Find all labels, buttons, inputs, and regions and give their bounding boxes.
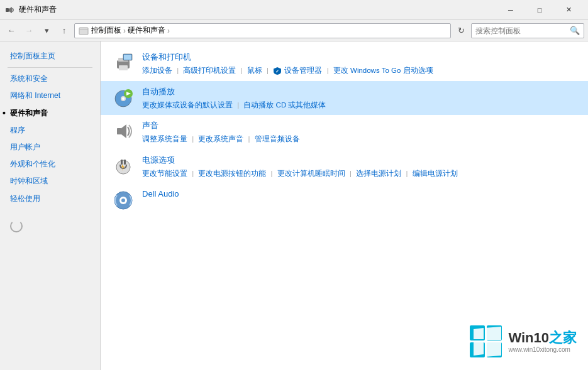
- svg-rect-19: [124, 160, 126, 165]
- devices-content: 设备和打印机 添加设备 | 高级打印机设置 | 鼠标 | ✓ 设备管理器 | 更…: [142, 50, 578, 77]
- devices-link-mouse[interactable]: 鼠标: [247, 67, 262, 74]
- sidebar-item-system[interactable]: 系统和安全: [0, 70, 100, 87]
- sidebar-item-accounts[interactable]: 用户帐户: [0, 139, 100, 156]
- close-button[interactable]: ✕: [554, 0, 583, 20]
- back-button[interactable]: ←: [4, 23, 19, 38]
- sidebar-item-appearance[interactable]: 外观和个性化: [0, 156, 100, 173]
- sidebar-item-home-label: 控制面板主页: [10, 50, 55, 62]
- watermark-text: Win10之家 www.win10xitong.com: [508, 330, 577, 353]
- category-row-autoplay[interactable]: 自动播放 更改媒体或设备的默认设置 | 自动播放 CD 或其他媒体: [101, 81, 588, 116]
- sidebar-item-hardware[interactable]: 硬件和声音: [0, 105, 100, 122]
- category-row-dell[interactable]: Dell Audio: [101, 184, 588, 217]
- sidebar-item-system-label: 系统和安全: [10, 73, 48, 85]
- devices-title[interactable]: 设备和打印机: [142, 52, 578, 63]
- svg-rect-18: [121, 160, 123, 165]
- address-bar: ← → ▾ ↑ 控制面板 › 硬件和声音 › ↻ 🔍: [0, 20, 588, 41]
- power-link-energy[interactable]: 更改节能设置: [142, 170, 187, 177]
- sidebar-item-home[interactable]: 控制面板主页: [0, 48, 100, 65]
- svg-rect-0: [6, 8, 9, 12]
- minimize-button[interactable]: ─: [496, 0, 525, 20]
- svg-rect-5: [119, 65, 128, 70]
- sound-title[interactable]: 声音: [142, 120, 578, 131]
- sidebar-item-appearance-label: 外观和个性化: [10, 158, 55, 170]
- svg-marker-16: [121, 124, 126, 138]
- sound-link-change[interactable]: 更改系统声音: [198, 135, 243, 143]
- address-path[interactable]: 控制面板 › 硬件和声音 ›: [74, 23, 451, 38]
- sidebar-item-programs-label: 程序: [10, 124, 25, 136]
- svg-text:✓: ✓: [275, 69, 279, 73]
- devices-links: 添加设备 | 高级打印机设置 | 鼠标 | ✓ 设备管理器 | 更改 Windo…: [142, 64, 578, 77]
- power-link-edit[interactable]: 编辑电源计划: [413, 170, 458, 177]
- svg-rect-2: [79, 28, 88, 35]
- search-box[interactable]: 🔍: [471, 23, 584, 38]
- content-area: 设备和打印机 添加设备 | 高级打印机设置 | 鼠标 | ✓ 设备管理器 | 更…: [101, 41, 588, 370]
- power-title[interactable]: 电源选项: [142, 155, 578, 166]
- autoplay-links: 更改媒体或设备的默认设置 | 自动播放 CD 或其他媒体: [142, 99, 578, 112]
- title-bar-title: 硬件和声音: [19, 4, 496, 15]
- watermark: Win10之家 www.win10xitong.com: [469, 324, 577, 359]
- title-bar-controls: ─ □ ✕: [496, 0, 583, 20]
- breadcrumb-hardware[interactable]: 硬件和声音: [128, 25, 165, 36]
- devices-link-add[interactable]: 添加设备: [142, 67, 172, 74]
- watermark-url: www.win10xitong.com: [508, 346, 577, 353]
- sidebar-item-hardware-label: 硬件和声音: [10, 107, 48, 119]
- sidebar-item-programs[interactable]: 程序: [0, 122, 100, 139]
- devices-link-manager[interactable]: 设备管理器: [284, 67, 322, 74]
- svg-rect-3: [79, 29, 88, 30]
- autoplay-title[interactable]: 自动播放: [142, 86, 578, 97]
- autoplay-content: 自动播放 更改媒体或设备的默认设置 | 自动播放 CD 或其他媒体: [142, 85, 578, 112]
- power-icon: [111, 153, 136, 178]
- main-layout: 控制面板主页 系统和安全 网络和 Internet 硬件和声音 程序 用户帐户 …: [0, 41, 588, 370]
- svg-rect-15: [117, 128, 121, 134]
- sidebar-item-accounts-label: 用户帐户: [10, 141, 40, 153]
- devices-link-printer[interactable]: 高级打印机设置: [183, 67, 236, 74]
- sidebar: 控制面板主页 系统和安全 网络和 Internet 硬件和声音 程序 用户帐户 …: [0, 41, 101, 370]
- svg-point-23: [121, 199, 125, 202]
- sidebar-item-network-label: 网络和 Internet: [10, 90, 60, 102]
- sidebar-item-ease[interactable]: 轻松使用: [0, 190, 100, 207]
- power-link-button[interactable]: 更改电源按钮的功能: [198, 170, 266, 177]
- power-links: 更改节能设置 | 更改电源按钮的功能 | 更改计算机睡眠时间 | 选择电源计划 …: [142, 167, 578, 180]
- refresh-nav-icon: [10, 220, 23, 232]
- dell-title[interactable]: Dell Audio: [142, 189, 578, 199]
- sidebar-item-ease-label: 轻松使用: [10, 193, 40, 205]
- sound-icon: [111, 119, 136, 144]
- power-link-plan[interactable]: 选择电源计划: [356, 170, 401, 177]
- forward-button[interactable]: →: [21, 23, 36, 38]
- recent-button[interactable]: ▾: [39, 23, 54, 38]
- svg-marker-1: [9, 7, 12, 13]
- power-link-sleep[interactable]: 更改计算机睡眠时间: [277, 170, 345, 177]
- sidebar-divider: [8, 67, 92, 68]
- windows-logo: [469, 324, 503, 359]
- refresh-button[interactable]: ↻: [453, 23, 469, 38]
- title-bar: 硬件和声音 ─ □ ✕: [0, 0, 588, 20]
- devices-icon: [111, 50, 136, 75]
- power-content: 电源选项 更改节能设置 | 更改电源按钮的功能 | 更改计算机睡眠时间 | 选择…: [142, 153, 578, 180]
- sound-content: 声音 调整系统音量 | 更改系统声音 | 管理音频设备: [142, 119, 578, 146]
- shield-icon: ✓: [273, 67, 282, 75]
- dell-audio-icon: [111, 188, 136, 213]
- watermark-title: Win10之家: [508, 330, 577, 346]
- autoplay-icon: [111, 85, 136, 110]
- up-button[interactable]: ↑: [57, 23, 72, 38]
- category-row-sound[interactable]: 声音 调整系统音量 | 更改系统声音 | 管理音频设备: [101, 115, 588, 150]
- category-row-power[interactable]: 电源选项 更改节能设置 | 更改电源按钮的功能 | 更改计算机睡眠时间 | 选择…: [101, 150, 588, 184]
- svg-rect-8: [124, 55, 131, 60]
- sidebar-item-clock-label: 时钟和区域: [10, 175, 48, 187]
- sound-link-volume[interactable]: 调整系统音量: [142, 135, 187, 143]
- search-input[interactable]: [475, 26, 570, 35]
- dell-content: Dell Audio: [142, 188, 578, 200]
- breadcrumb-controlpanel[interactable]: 控制面板: [91, 25, 121, 36]
- category-row-devices[interactable]: 设备和打印机 添加设备 | 高级打印机设置 | 鼠标 | ✓ 设备管理器 | 更…: [101, 46, 588, 81]
- watermark-win10: Win10: [508, 330, 549, 346]
- sidebar-item-network[interactable]: 网络和 Internet: [0, 87, 100, 104]
- maximize-button[interactable]: □: [525, 0, 554, 20]
- autoplay-link-default[interactable]: 更改媒体或设备的默认设置: [142, 101, 233, 109]
- sound-link-manage[interactable]: 管理音频设备: [255, 135, 300, 143]
- sidebar-item-clock[interactable]: 时钟和区域: [0, 173, 100, 190]
- title-bar-icon: [5, 5, 15, 15]
- search-icon[interactable]: 🔍: [570, 26, 580, 35]
- devices-link-windows-go[interactable]: 更改 Windows To Go 启动选项: [333, 67, 433, 74]
- autoplay-link-cd[interactable]: 自动播放 CD 或其他媒体: [243, 101, 326, 109]
- svg-point-12: [122, 97, 125, 100]
